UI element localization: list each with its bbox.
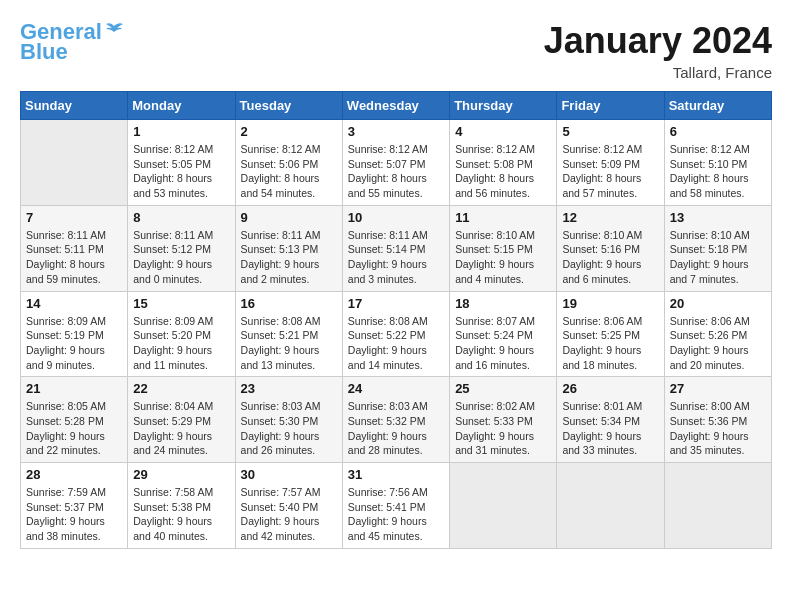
calendar-cell: 23 Sunrise: 8:03 AM Sunset: 5:30 PM Dayl… [235, 377, 342, 463]
calendar-cell: 9 Sunrise: 8:11 AM Sunset: 5:13 PM Dayli… [235, 205, 342, 291]
calendar-cell: 1 Sunrise: 8:12 AM Sunset: 5:05 PM Dayli… [128, 120, 235, 206]
day-info: Sunrise: 8:11 AM Sunset: 5:12 PM Dayligh… [133, 228, 229, 287]
day-info: Sunrise: 8:09 AM Sunset: 5:19 PM Dayligh… [26, 314, 122, 373]
calendar-cell: 10 Sunrise: 8:11 AM Sunset: 5:14 PM Dayl… [342, 205, 449, 291]
day-info: Sunrise: 7:56 AM Sunset: 5:41 PM Dayligh… [348, 485, 444, 544]
day-info: Sunrise: 8:10 AM Sunset: 5:18 PM Dayligh… [670, 228, 766, 287]
day-number: 29 [133, 467, 229, 482]
location: Tallard, France [544, 64, 772, 81]
day-info: Sunrise: 8:12 AM Sunset: 5:07 PM Dayligh… [348, 142, 444, 201]
calendar-cell: 31 Sunrise: 7:56 AM Sunset: 5:41 PM Dayl… [342, 463, 449, 549]
calendar-cell: 15 Sunrise: 8:09 AM Sunset: 5:20 PM Dayl… [128, 291, 235, 377]
calendar-cell: 6 Sunrise: 8:12 AM Sunset: 5:10 PM Dayli… [664, 120, 771, 206]
calendar-cell: 19 Sunrise: 8:06 AM Sunset: 5:25 PM Dayl… [557, 291, 664, 377]
day-number: 11 [455, 210, 551, 225]
header-day: Thursday [450, 92, 557, 120]
day-number: 19 [562, 296, 658, 311]
calendar-week-row: 28 Sunrise: 7:59 AM Sunset: 5:37 PM Dayl… [21, 463, 772, 549]
calendar-cell [664, 463, 771, 549]
calendar-cell [557, 463, 664, 549]
day-info: Sunrise: 8:08 AM Sunset: 5:22 PM Dayligh… [348, 314, 444, 373]
day-number: 20 [670, 296, 766, 311]
day-number: 10 [348, 210, 444, 225]
day-number: 8 [133, 210, 229, 225]
day-info: Sunrise: 8:12 AM Sunset: 5:09 PM Dayligh… [562, 142, 658, 201]
day-number: 6 [670, 124, 766, 139]
day-number: 9 [241, 210, 337, 225]
calendar-cell [21, 120, 128, 206]
day-number: 3 [348, 124, 444, 139]
day-info: Sunrise: 8:08 AM Sunset: 5:21 PM Dayligh… [241, 314, 337, 373]
day-info: Sunrise: 8:12 AM Sunset: 5:06 PM Dayligh… [241, 142, 337, 201]
calendar-table: SundayMondayTuesdayWednesdayThursdayFrid… [20, 91, 772, 549]
day-info: Sunrise: 8:12 AM Sunset: 5:08 PM Dayligh… [455, 142, 551, 201]
day-info: Sunrise: 7:58 AM Sunset: 5:38 PM Dayligh… [133, 485, 229, 544]
logo-bird-icon [104, 22, 124, 38]
calendar-cell: 12 Sunrise: 8:10 AM Sunset: 5:16 PM Dayl… [557, 205, 664, 291]
calendar-cell: 4 Sunrise: 8:12 AM Sunset: 5:08 PM Dayli… [450, 120, 557, 206]
day-number: 31 [348, 467, 444, 482]
calendar-cell: 8 Sunrise: 8:11 AM Sunset: 5:12 PM Dayli… [128, 205, 235, 291]
calendar-cell: 5 Sunrise: 8:12 AM Sunset: 5:09 PM Dayli… [557, 120, 664, 206]
day-info: Sunrise: 8:05 AM Sunset: 5:28 PM Dayligh… [26, 399, 122, 458]
page-header: General Blue January 2024 Tallard, Franc… [20, 20, 772, 81]
day-number: 26 [562, 381, 658, 396]
day-info: Sunrise: 8:06 AM Sunset: 5:25 PM Dayligh… [562, 314, 658, 373]
day-info: Sunrise: 8:11 AM Sunset: 5:11 PM Dayligh… [26, 228, 122, 287]
day-info: Sunrise: 7:57 AM Sunset: 5:40 PM Dayligh… [241, 485, 337, 544]
day-number: 22 [133, 381, 229, 396]
header-day: Monday [128, 92, 235, 120]
calendar-cell: 2 Sunrise: 8:12 AM Sunset: 5:06 PM Dayli… [235, 120, 342, 206]
day-number: 25 [455, 381, 551, 396]
calendar-header: SundayMondayTuesdayWednesdayThursdayFrid… [21, 92, 772, 120]
calendar-cell: 7 Sunrise: 8:11 AM Sunset: 5:11 PM Dayli… [21, 205, 128, 291]
day-info: Sunrise: 8:10 AM Sunset: 5:16 PM Dayligh… [562, 228, 658, 287]
month-title: January 2024 [544, 20, 772, 62]
day-number: 13 [670, 210, 766, 225]
day-number: 21 [26, 381, 122, 396]
calendar-week-row: 7 Sunrise: 8:11 AM Sunset: 5:11 PM Dayli… [21, 205, 772, 291]
calendar-cell: 11 Sunrise: 8:10 AM Sunset: 5:15 PM Dayl… [450, 205, 557, 291]
day-number: 12 [562, 210, 658, 225]
header-day: Friday [557, 92, 664, 120]
header-day: Saturday [664, 92, 771, 120]
calendar-week-row: 1 Sunrise: 8:12 AM Sunset: 5:05 PM Dayli… [21, 120, 772, 206]
day-info: Sunrise: 8:09 AM Sunset: 5:20 PM Dayligh… [133, 314, 229, 373]
day-number: 30 [241, 467, 337, 482]
day-info: Sunrise: 8:03 AM Sunset: 5:30 PM Dayligh… [241, 399, 337, 458]
calendar-cell: 14 Sunrise: 8:09 AM Sunset: 5:19 PM Dayl… [21, 291, 128, 377]
calendar-cell: 18 Sunrise: 8:07 AM Sunset: 5:24 PM Dayl… [450, 291, 557, 377]
day-info: Sunrise: 8:12 AM Sunset: 5:05 PM Dayligh… [133, 142, 229, 201]
logo-blue: Blue [20, 40, 68, 64]
calendar-cell: 3 Sunrise: 8:12 AM Sunset: 5:07 PM Dayli… [342, 120, 449, 206]
day-info: Sunrise: 8:06 AM Sunset: 5:26 PM Dayligh… [670, 314, 766, 373]
calendar-week-row: 14 Sunrise: 8:09 AM Sunset: 5:19 PM Dayl… [21, 291, 772, 377]
logo: General Blue [20, 20, 124, 64]
day-number: 1 [133, 124, 229, 139]
day-info: Sunrise: 8:04 AM Sunset: 5:29 PM Dayligh… [133, 399, 229, 458]
day-info: Sunrise: 8:03 AM Sunset: 5:32 PM Dayligh… [348, 399, 444, 458]
day-number: 16 [241, 296, 337, 311]
day-number: 24 [348, 381, 444, 396]
day-info: Sunrise: 8:02 AM Sunset: 5:33 PM Dayligh… [455, 399, 551, 458]
header-day: Tuesday [235, 92, 342, 120]
header-day: Sunday [21, 92, 128, 120]
calendar-cell: 24 Sunrise: 8:03 AM Sunset: 5:32 PM Dayl… [342, 377, 449, 463]
day-number: 15 [133, 296, 229, 311]
day-number: 14 [26, 296, 122, 311]
day-info: Sunrise: 7:59 AM Sunset: 5:37 PM Dayligh… [26, 485, 122, 544]
calendar-cell: 21 Sunrise: 8:05 AM Sunset: 5:28 PM Dayl… [21, 377, 128, 463]
day-info: Sunrise: 8:00 AM Sunset: 5:36 PM Dayligh… [670, 399, 766, 458]
calendar-cell: 26 Sunrise: 8:01 AM Sunset: 5:34 PM Dayl… [557, 377, 664, 463]
calendar-cell: 17 Sunrise: 8:08 AM Sunset: 5:22 PM Dayl… [342, 291, 449, 377]
day-number: 4 [455, 124, 551, 139]
day-info: Sunrise: 8:11 AM Sunset: 5:14 PM Dayligh… [348, 228, 444, 287]
calendar-cell [450, 463, 557, 549]
day-number: 5 [562, 124, 658, 139]
calendar-cell: 13 Sunrise: 8:10 AM Sunset: 5:18 PM Dayl… [664, 205, 771, 291]
header-row: SundayMondayTuesdayWednesdayThursdayFrid… [21, 92, 772, 120]
calendar-cell: 27 Sunrise: 8:00 AM Sunset: 5:36 PM Dayl… [664, 377, 771, 463]
day-number: 2 [241, 124, 337, 139]
day-info: Sunrise: 8:01 AM Sunset: 5:34 PM Dayligh… [562, 399, 658, 458]
day-number: 17 [348, 296, 444, 311]
